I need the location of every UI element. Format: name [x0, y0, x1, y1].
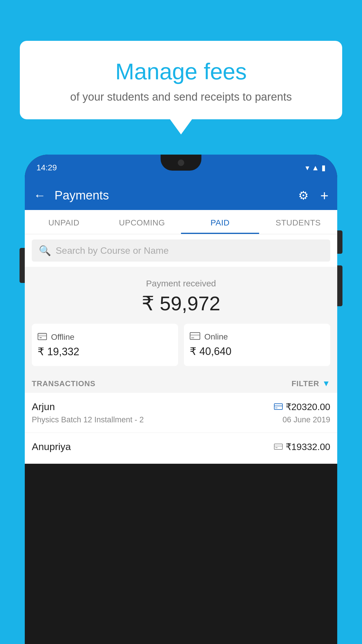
transaction-name: Arjun [32, 401, 55, 412]
transaction-list: Arjun ₹20320.00 [25, 393, 337, 464]
tab-unpaid[interactable]: UNPAID [25, 210, 103, 234]
back-button[interactable]: ← [34, 188, 46, 202]
svg-rect-7 [274, 405, 282, 407]
offline-icon [38, 332, 47, 342]
svg-rect-1 [38, 335, 47, 337]
volume-right-button [337, 265, 342, 306]
offline-card-icon [274, 442, 283, 452]
transactions-header: TRANSACTIONS FILTER ▼ [25, 373, 337, 393]
transaction-amount: ₹20320.00 [286, 401, 330, 412]
payment-total-amount: ₹ 59,972 [34, 292, 328, 315]
transaction-course: Physics Batch 12 Installment - 2 [32, 415, 144, 424]
volume-button [20, 248, 25, 283]
online-amount: ₹ 40,640 [190, 345, 324, 358]
phone-notch [161, 155, 201, 171]
table-row[interactable]: Arjun ₹20320.00 [25, 393, 337, 433]
camera [178, 160, 184, 166]
payment-received-label: Payment received [34, 279, 328, 288]
offline-payment-card: Offline ₹ 19,332 [32, 324, 178, 366]
transaction-date: 06 June 2019 [282, 415, 330, 424]
online-label: Online [204, 332, 228, 342]
app-header: ← Payments ⚙ + [25, 181, 337, 210]
transactions-label: TRANSACTIONS [32, 379, 96, 388]
transaction-name: Anupriya [32, 441, 71, 452]
offline-amount: ₹ 19,332 [38, 346, 172, 358]
payment-received-section: Payment received ₹ 59,972 [25, 267, 337, 324]
battery-icon: ▮ [321, 163, 326, 172]
settings-icon[interactable]: ⚙ [298, 189, 309, 202]
status-bar: 14:29 ▾ ▲ ▮ [25, 155, 337, 181]
tab-students[interactable]: STUDENTS [259, 210, 337, 234]
svg-rect-10 [274, 445, 282, 447]
filter-container[interactable]: FILTER ▼ [291, 379, 330, 388]
tab-paid[interactable]: PAID [181, 210, 259, 234]
wifi-icon: ▾ [305, 163, 309, 172]
add-button[interactable]: + [320, 188, 328, 204]
tab-upcoming[interactable]: UPCOMING [103, 210, 181, 234]
credit-card-icon [274, 402, 283, 412]
speech-bubble: Manage fees of your students and send re… [20, 41, 342, 119]
search-bar[interactable]: 🔍 Search by Course or Name [32, 239, 330, 262]
transaction-amount: ₹19332.00 [286, 441, 330, 452]
search-input[interactable]: Search by Course or Name [56, 245, 169, 256]
transaction-amount-container: ₹20320.00 [274, 401, 330, 412]
phone-container: 14:29 ▾ ▲ ▮ ← Payments ⚙ + U [25, 155, 337, 644]
online-payment-card: Online ₹ 40,640 [184, 324, 330, 366]
speech-bubble-container: Manage fees of your students and send re… [20, 41, 342, 119]
search-container: 🔍 Search by Course or Name [25, 234, 337, 267]
power-button [337, 230, 342, 254]
page-title: Payments [55, 188, 292, 202]
svg-rect-5 [191, 337, 194, 338]
filter-icon: ▼ [322, 379, 330, 388]
bubble-subtitle: of your students and send receipts to pa… [31, 91, 331, 103]
status-icons: ▾ ▲ ▮ [305, 163, 326, 172]
bubble-title: Manage fees [31, 58, 331, 85]
svg-rect-8 [275, 407, 277, 408]
payment-cards: Offline ₹ 19,332 [25, 324, 337, 373]
phone-mockup: 14:29 ▾ ▲ ▮ ← Payments ⚙ + U [25, 155, 337, 644]
signal-icon: ▲ [312, 163, 319, 172]
filter-label: FILTER [291, 379, 319, 388]
table-row[interactable]: Anupriya ₹19332.00 [25, 433, 337, 464]
status-time: 14:29 [36, 163, 57, 172]
transaction-amount-container: ₹19332.00 [274, 441, 330, 452]
svg-rect-4 [190, 334, 200, 336]
online-icon [190, 332, 200, 342]
search-icon: 🔍 [39, 245, 51, 256]
offline-label: Offline [51, 332, 74, 342]
tabs-container: UNPAID UPCOMING PAID STUDENTS [25, 210, 337, 234]
